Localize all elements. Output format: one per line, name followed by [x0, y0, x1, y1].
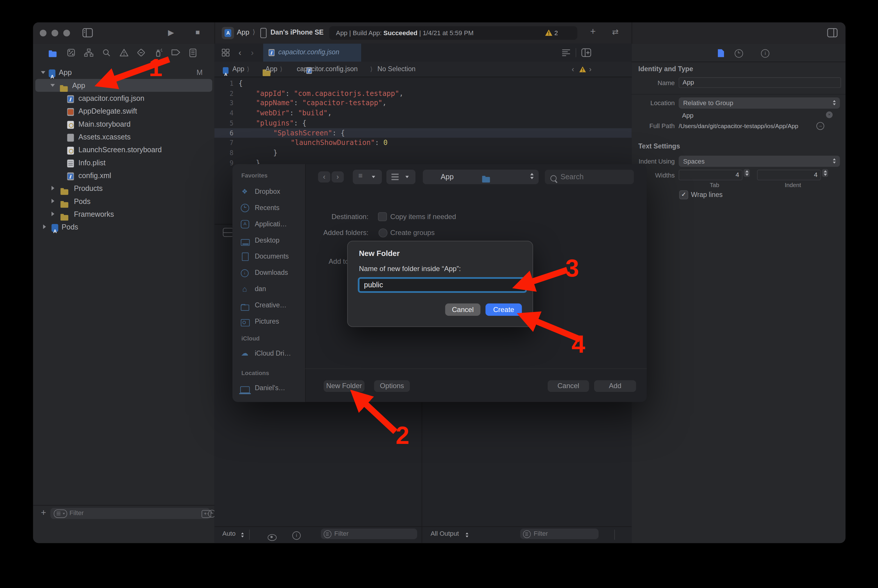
dialog-back-button[interactable]: ‹ [318, 171, 330, 183]
disclosure-icon[interactable] [51, 212, 54, 216]
history-inspector-tab[interactable] [735, 50, 743, 58]
sidebar-item-downloads[interactable]: Downloads [233, 266, 305, 279]
list-view-dropdown[interactable]: ≡ [353, 170, 382, 184]
tree-row-file[interactable]: LaunchScreen.storyboard [33, 143, 215, 156]
tree-row-file[interactable]: capacitor.config.json [33, 92, 215, 105]
navigator-filter-field[interactable]: Filter +- [50, 508, 210, 519]
dialog-forward-button[interactable]: › [332, 171, 344, 183]
grid-view-dropdown[interactable] [386, 170, 416, 184]
sidebar-item-recents[interactable]: Recents [233, 202, 305, 214]
run-button[interactable]: ▶ [168, 28, 174, 37]
tree-row-file[interactable]: Assets.xcassets [33, 130, 215, 143]
sidebar-item-home[interactable]: ⌂dan [233, 283, 305, 295]
folder-name-field[interactable]: public [358, 277, 527, 293]
sidebar-item-pictures[interactable]: Pictures [233, 315, 305, 327]
variables-filter-field[interactable]: Filter [321, 528, 417, 539]
project-navigator-icon[interactable] [49, 50, 57, 60]
dialog-new-folder-button[interactable]: New Folder [324, 380, 365, 392]
warning-icon[interactable] [579, 66, 586, 73]
tab-overview-icon[interactable] [222, 49, 230, 57]
add-button[interactable]: + [590, 26, 596, 38]
test-navigator-icon[interactable] [137, 48, 146, 57]
scheme-app-chip[interactable] [222, 27, 234, 39]
issue-navigator-icon[interactable] [119, 48, 129, 57]
tree-row-pods-project[interactable]: Pods [33, 220, 215, 233]
back-button[interactable]: ‹ [239, 48, 242, 57]
info-icon[interactable] [292, 531, 301, 540]
dialog-add-button[interactable]: Add [594, 380, 636, 392]
add-file-button[interactable]: + [41, 508, 46, 518]
create-groups-radio[interactable] [378, 228, 387, 237]
toggle-navigator-icon[interactable] [82, 28, 93, 38]
clear-location-icon[interactable]: × [826, 111, 833, 118]
indent-width-field[interactable]: 4 [757, 170, 821, 180]
dialog-cancel-button[interactable]: Cancel [548, 380, 589, 392]
location-dropdown[interactable]: Relative to Group [679, 98, 840, 109]
wrap-lines-checkbox[interactable]: ✓ [679, 190, 688, 199]
flags-filter-icon[interactable]: +- [202, 510, 211, 518]
disclosure-icon[interactable] [41, 71, 45, 74]
report-navigator-icon[interactable] [189, 48, 197, 58]
tree-row-project-app[interactable]: App M [33, 66, 215, 79]
tab-width-field[interactable]: 4 [679, 170, 743, 180]
toggle-inspector-icon[interactable] [827, 28, 838, 38]
add-editor-icon[interactable] [581, 48, 591, 57]
name-field[interactable]: App [679, 77, 841, 88]
adjust-editor-icon[interactable] [561, 49, 570, 57]
copy-items-checkbox[interactable] [378, 212, 387, 221]
indent-using-dropdown[interactable]: Spaces [679, 156, 840, 167]
tree-row-file[interactable]: Main.storyboard [33, 118, 215, 130]
scheme-name[interactable]: App [237, 28, 249, 36]
tree-row-group[interactable]: Products [33, 182, 215, 195]
disclosure-icon[interactable] [43, 225, 46, 229]
source-control-navigator-icon[interactable] [66, 48, 75, 57]
tree-row-file[interactable]: Info.plist [33, 156, 215, 169]
tree-row-group[interactable]: Pods [33, 195, 215, 208]
sidebar-item-icloud-drive[interactable]: ☁iCloud Dri… [233, 347, 305, 359]
breadcrumb-project[interactable]: App [233, 62, 244, 77]
swap-editor-button[interactable]: ⇄ [612, 27, 619, 36]
sidebar-item-dropbox[interactable]: ❖Dropbox [233, 185, 305, 198]
previous-issue-button[interactable]: ‹ [572, 62, 574, 77]
file-inspector-tab[interactable] [717, 49, 725, 59]
help-inspector-tab[interactable] [761, 50, 770, 58]
window-zoom-button[interactable] [63, 30, 70, 36]
sheet-cancel-button[interactable]: Cancel [445, 304, 480, 316]
stop-button[interactable]: ■ [195, 28, 200, 36]
editor-tab[interactable]: capacitor.config.json [263, 44, 361, 62]
sidebar-item-daniels-mac[interactable]: Daniel's… [233, 382, 305, 394]
window-minimize-button[interactable] [51, 30, 58, 36]
console-scope[interactable]: All Output [431, 530, 459, 537]
breadcrumb-file[interactable]: capacitor.config.json [297, 62, 358, 77]
sheet-create-button[interactable]: Create [485, 304, 522, 316]
search-field[interactable]: Search [545, 170, 634, 184]
sidebar-item-documents[interactable]: Documents [233, 250, 305, 262]
breadcrumb-selection[interactable]: No Selection [377, 62, 416, 77]
disclosure-icon[interactable] [51, 199, 54, 203]
disclosure-icon[interactable] [50, 84, 55, 87]
window-close-button[interactable] [40, 30, 47, 36]
tree-row-app-folder[interactable]: App [33, 79, 215, 92]
device-name[interactable]: Dan's iPhone SE [270, 28, 324, 36]
sidebar-item-applications[interactable]: Applicati… [233, 218, 305, 230]
folder-select-dropdown[interactable]: App [423, 170, 539, 184]
sidebar-item-desktop[interactable]: Desktop [233, 234, 305, 246]
tree-row-file[interactable]: AppDelegate.swift [33, 105, 215, 117]
activity-status[interactable]: App | Build App: Succeeded | 1/4/21 at 5… [329, 26, 577, 40]
tab-width-stepper[interactable] [743, 169, 750, 177]
symbol-navigator-icon[interactable] [84, 48, 93, 57]
disclosure-icon[interactable] [51, 186, 54, 190]
toggle-debug-area-icon[interactable] [223, 228, 234, 237]
variables-view-scope[interactable]: Auto [222, 530, 236, 537]
reveal-path-arrow-icon[interactable]: → [816, 122, 824, 130]
breadcrumb-group[interactable]: App [266, 62, 278, 77]
find-navigator-icon[interactable] [102, 48, 111, 57]
tree-row-group[interactable]: Frameworks [33, 208, 215, 220]
next-issue-button[interactable]: › [589, 62, 591, 77]
indent-width-stepper[interactable] [822, 169, 828, 177]
quicklook-eye-icon[interactable] [268, 534, 277, 541]
sidebar-item-creative[interactable]: Creative… [233, 299, 305, 311]
console-filter-field[interactable]: Filter [520, 528, 599, 539]
tree-row-file[interactable]: config.xml [33, 169, 215, 182]
forward-button[interactable]: › [251, 48, 254, 57]
